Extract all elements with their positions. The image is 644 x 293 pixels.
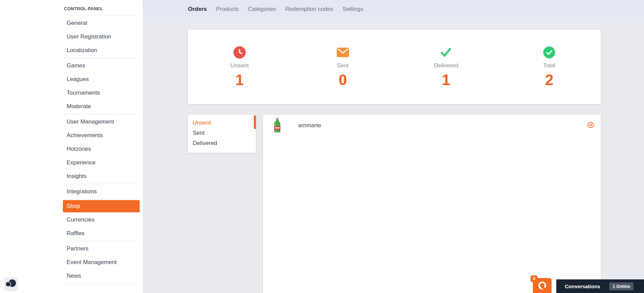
conversations-title: Conversations	[565, 283, 600, 289]
sidebar-item-general[interactable]: General	[63, 16, 140, 30]
sidebar-item-user-management[interactable]: User Management	[63, 115, 140, 129]
theme-toggle-button[interactable]	[4, 277, 18, 291]
divider	[63, 283, 140, 284]
stat-label: Delivered	[434, 62, 458, 69]
sidebar-item-currencies[interactable]: Currencies	[63, 213, 140, 227]
control-panel-menu: CONTROL PANEL General User Registration …	[63, 4, 140, 284]
stat-delivered: Delivered 1	[395, 30, 498, 104]
main-content: Orders Products Categories Redemption co…	[143, 0, 644, 293]
tab-orders[interactable]: Orders	[188, 6, 207, 13]
pause-circle-icon[interactable]	[587, 121, 594, 130]
stat-value: 2	[545, 72, 553, 87]
divider	[63, 199, 140, 199]
check-icon	[439, 46, 452, 59]
stat-label: Unsent	[230, 62, 249, 69]
sidebar-item-event-management[interactable]: Event Management	[63, 256, 140, 269]
sidebar: CONTROL PANEL General User Registration …	[0, 0, 143, 293]
stat-value: 0	[338, 72, 347, 87]
order-customer-name: arnmarte	[298, 122, 321, 129]
sidebar-item-leagues[interactable]: Leagues	[63, 72, 140, 86]
sidebar-item-localization[interactable]: Localization	[63, 44, 140, 57]
stat-value: 1	[442, 72, 450, 87]
stat-value: 1	[236, 72, 244, 87]
headset-icon	[538, 280, 547, 291]
stat-total: Total 2	[498, 30, 601, 104]
tab-settings[interactable]: Settings	[343, 6, 363, 13]
sidebar-item-tournaments[interactable]: Tournaments	[63, 86, 140, 100]
order-row[interactable]: arnmarte	[263, 115, 601, 136]
clock-icon	[233, 46, 246, 59]
shop-top-tabs: Orders Products Categories Redemption co…	[143, 0, 644, 18]
moon-circles-icon	[5, 279, 16, 289]
orders-tab-sent[interactable]: Sent	[188, 128, 256, 138]
orders-stats-card: Unsent 1 Sent 0 Delivered 1	[188, 30, 601, 104]
sidebar-item-moderate[interactable]: Moderate	[63, 100, 140, 113]
sidebar-item-news[interactable]: News	[63, 269, 140, 283]
divider	[63, 58, 140, 58]
sidebar-item-integrations[interactable]: Integrations	[63, 185, 140, 198]
orders-status-tabs: Unsent Sent Delivered	[188, 115, 256, 153]
sidebar-item-hotzones[interactable]: Hotzones	[63, 142, 140, 156]
tab-products[interactable]: Products	[216, 6, 239, 13]
orders-list-card: arnmarte	[263, 115, 601, 293]
chat-launcher-button[interactable]: 0	[533, 278, 552, 293]
tab-categories[interactable]: Categories	[248, 6, 276, 13]
stat-label: Total	[543, 62, 555, 69]
sidebar-header: CONTROL PANEL	[63, 4, 140, 15]
tab-redemption-codes[interactable]: Redemption codes	[285, 6, 333, 13]
sidebar-item-shop[interactable]: Shop	[63, 200, 140, 212]
beer-bottle-image	[273, 117, 282, 134]
mail-icon	[336, 46, 349, 59]
stat-label: Sent	[337, 62, 349, 69]
online-count-badge: 1 Online	[609, 282, 633, 290]
divider	[63, 114, 140, 114]
orders-tab-unsent[interactable]: Unsent	[188, 118, 256, 128]
sidebar-item-user-registration[interactable]: User Registration	[63, 30, 140, 44]
sidebar-item-insights[interactable]: Insights	[63, 169, 140, 183]
sidebar-item-achievements[interactable]: Achievements	[63, 129, 140, 142]
sidebar-item-partners[interactable]: Partners	[63, 242, 140, 256]
stat-sent: Sent 0	[291, 30, 395, 104]
orders-tab-delivered[interactable]: Delivered	[188, 138, 256, 148]
sidebar-item-experience[interactable]: Experience	[63, 156, 140, 169]
chat-unread-badge: 0	[530, 275, 538, 282]
conversations-bar[interactable]: Conversations 1 Online	[556, 279, 644, 293]
sidebar-item-games[interactable]: Games	[63, 59, 140, 72]
divider	[63, 184, 140, 184]
stat-unsent: Unsent 1	[188, 30, 291, 104]
sidebar-item-raffles[interactable]: Raffles	[63, 227, 140, 240]
divider	[63, 15, 140, 16]
divider	[63, 241, 140, 241]
check-circle-icon	[543, 46, 555, 59]
